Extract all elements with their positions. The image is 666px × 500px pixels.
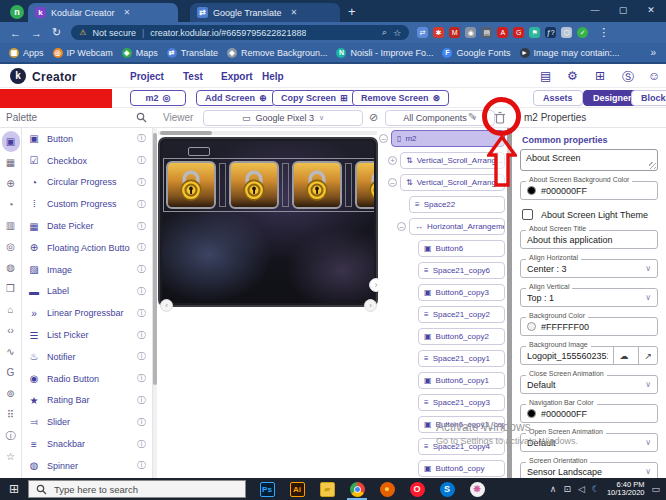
about-screen-textarea[interactable]: About Screen [520,149,658,171]
bookmark-item[interactable]: ◈Maps [122,48,158,58]
tree-node-space21_copy6[interactable]: ≡Space21_copy6 [418,262,505,279]
url-text[interactable]: creator.kodular.io/#6659795622821888 [150,28,306,38]
text-value[interactable]: About this application [527,235,651,245]
palette-category-icon[interactable]: ◔ [2,194,20,215]
palette-category-icon[interactable]: ☆ [2,446,20,467]
file-name-value[interactable]: Logopit_1555602351307... [527,351,608,361]
field-background-image[interactable]: Background Image Logopit_1555602351307..… [520,346,658,365]
info-icon[interactable]: ⓘ [137,329,146,342]
lock-button[interactable] [292,161,342,209]
taskbar-app-icon[interactable]: O [402,478,432,500]
bookmarks-overflow-icon[interactable]: » [650,47,656,58]
night-light-icon[interactable]: ☾ [592,484,600,494]
palette-item-image[interactable]: ▨Imageⓘ [22,259,152,281]
bookmark-item[interactable]: ⇄Translate [167,48,218,58]
phone-prev-icon[interactable]: ‹ [160,299,173,312]
lock-button[interactable] [355,161,374,209]
extension-icon[interactable]: A [497,27,508,38]
extension-icon[interactable]: ⚑ [529,27,540,38]
tree-node-button6_copy1[interactable]: ▣Button6_copy1 [418,372,505,389]
back-icon[interactable]: ← [10,27,21,39]
browser-tab[interactable]: ⇄Google Translate✕ [190,3,340,22]
palette-category-icon[interactable]: ▦ [2,152,20,173]
palette-item-slider[interactable]: ⫤Sliderⓘ [22,411,152,433]
palette-item-circular-progress[interactable]: ◔Circular Progressⓘ [22,172,152,194]
extension-icon[interactable]: ✱ [433,27,444,38]
extension-icon[interactable]: ƒ? [545,27,556,38]
horizontal-arrangement-outline[interactable] [163,158,374,212]
extension-icon[interactable]: M [449,27,460,38]
menu-project[interactable]: Project [130,71,164,82]
extension-icon[interactable]: ✓ [577,27,588,38]
bookmark-item[interactable]: ◎IP Webcam [53,48,113,58]
account-icon[interactable]: ☺ [648,69,660,83]
search-icon[interactable]: ⌕ [382,27,387,38]
gear-icon[interactable]: ⚙ [567,69,578,83]
window-minimize-button[interactable]: — [582,0,608,20]
window-maximize-button[interactable]: ▢ [610,0,636,20]
tree-node-space21_copy3[interactable]: ≡Space21_copy3 [418,394,505,411]
menu-help[interactable]: Help [262,71,284,82]
kodular-logo[interactable]: k [10,68,26,84]
add-screen-button[interactable]: Add Screen ⊕ [196,90,276,106]
tree-node-space21_copy1[interactable]: ≡Space21_copy1 [418,350,505,367]
remove-screen-button[interactable]: Remove Screen ⊗ [352,90,449,106]
currency-icon[interactable]: Ⓢ [622,69,634,86]
palette-category-icon[interactable]: ‹› [2,320,20,341]
palette-category-icon[interactable]: ◍ [2,257,20,278]
network-icon[interactable]: ⊡ [563,484,571,494]
window-close-button[interactable]: ✕ [638,0,664,20]
volume-icon[interactable]: ◁ [578,484,585,494]
taskbar-search-input[interactable]: Type here to search [28,480,246,498]
space-component-outline[interactable] [188,147,210,156]
tree-node-space21_copy2[interactable]: ≡Space21_copy2 [418,306,505,323]
info-icon[interactable]: ⓘ [137,198,146,211]
extension-icon[interactable]: G [513,27,524,38]
forward-icon[interactable]: → [31,27,42,39]
field-about-screen-background-color[interactable]: About Screen Background Color #000000FF [520,181,658,200]
phone-next-icon[interactable]: › [364,299,377,312]
palette-item-date-picker[interactable]: ▦Date Pickerⓘ [22,215,152,237]
palette-category-icon[interactable]: G [2,362,20,383]
tree-node-button6[interactable]: ▣Button6 [418,240,505,257]
space-component[interactable] [219,163,226,207]
palette-item-linear-progressbar[interactable]: »Linear Progressbarⓘ [22,302,152,324]
bookmark-item[interactable]: FGoogle Fonts [442,48,510,58]
rename-pencil-icon[interactable]: ✎ [468,111,476,122]
field-screen-orientation[interactable]: Screen Orientation Sensor Landscape ∨ [520,462,658,478]
taskbar-app-icon[interactable] [342,478,372,500]
extension-icon[interactable]: ▤ [481,27,492,38]
tab-close-icon[interactable]: ✕ [291,8,298,17]
browser-menu-icon[interactable]: ⋮ [598,26,609,39]
palette-item-radio-button[interactable]: ◉Radio Buttonⓘ [22,368,152,390]
bookmark-item[interactable]: ▦Apps [9,48,44,58]
extension-icon[interactable]: ◉ [465,27,476,38]
palette-category-icon[interactable]: ❒ [2,278,20,299]
components-filter[interactable]: All Components ∨ [385,110,495,126]
viewer-vertical-scrollbar-thumb[interactable] [153,133,157,385]
tray-chevron-up-icon[interactable]: ∧ [550,484,557,494]
taskbar-clock[interactable]: 6:40 PM 10/13/2020 [607,481,645,498]
lock-button[interactable] [229,161,279,209]
info-icon[interactable]: ⓘ [137,241,146,254]
palette-item-list-picker[interactable]: ☰List Pickerⓘ [22,324,152,346]
palette-category-icon[interactable]: ∿ [2,341,20,362]
space-component[interactable] [345,163,352,207]
address-bar[interactable]: ⚠ Not secure | creator.kodular.io/#66597… [71,25,409,40]
folder-icon[interactable]: ▤ [540,69,551,83]
info-icon[interactable]: ⓘ [137,416,146,429]
palette-category-icon[interactable]: ⓘ [2,425,20,446]
taskbar-app-icon[interactable]: S [432,478,462,500]
field-background-color[interactable]: Background Color #FFFFFF00 [520,317,658,336]
palette-search-icon[interactable] [136,112,147,123]
tree-node-button6_copy1_copy[interactable]: ▣Button6_copy1_copy [418,416,505,433]
browser-tab[interactable]: kKodular Creator✕ [28,3,178,22]
taskbar-app-icon[interactable]: ● [372,478,402,500]
field-align-horizontal[interactable]: Align Horizontal Center : 3 ∨ [520,259,658,278]
palette-item-label[interactable]: ▬Labelⓘ [22,281,152,303]
info-icon[interactable]: ⓘ [137,307,146,320]
collapse-icon[interactable]: – [397,222,406,231]
palette-category-icon[interactable]: ⌂ [2,299,20,320]
info-icon[interactable]: ⓘ [137,132,146,145]
palette-category-icon[interactable]: ⠿ [2,404,20,425]
